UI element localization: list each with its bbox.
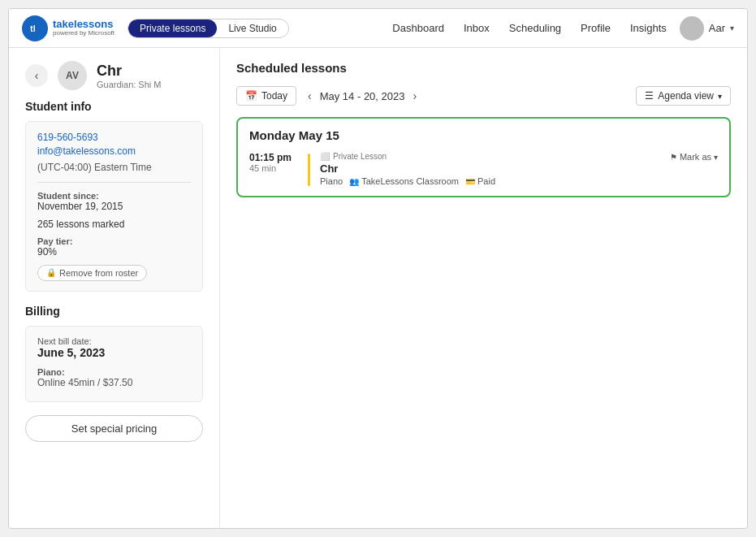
lesson-bar (308, 154, 310, 186)
nav-inbox[interactable]: Inbox (464, 22, 490, 34)
private-lessons-btn[interactable]: Private lessons (128, 19, 217, 37)
left-panel: ‹ AV Chr Guardian: Shi M Student info 61… (9, 48, 220, 528)
lesson-subject: Piano (320, 176, 343, 186)
user-menu[interactable]: Aar ▾ (680, 16, 734, 41)
calendar-toolbar: 📅 Today ‹ May 14 - 20, 2023 › ☰ Agenda v… (236, 86, 731, 106)
scheduled-lessons-title: Scheduled lessons (236, 61, 731, 75)
billing-item-label: Piano: (37, 367, 191, 377)
lesson-time-main: 01:15 pm (249, 152, 298, 163)
lesson-meta: Piano 👥 TakeLessons Classroom 💳 Paid (320, 176, 660, 186)
chevron-down-icon: ▾ (718, 92, 722, 101)
lesson-duration: 45 min (249, 163, 298, 173)
next-bill-label: Next bill date: (37, 336, 191, 346)
lesson-type: Private Lesson (333, 152, 387, 161)
student-info-title: Student info (25, 100, 203, 113)
calendar-icon: 📅 (245, 90, 257, 102)
back-button[interactable]: ‹ (25, 64, 48, 87)
table-row: 01:15 pm 45 min ⬜ Private Lesson Chr Pia… (249, 152, 718, 186)
user-name: Aar (709, 22, 725, 34)
student-phone[interactable]: 619-560-5693 (37, 132, 191, 143)
lessons-marked: 265 lessons marked (37, 219, 191, 230)
monitor-icon: ⬜ (320, 152, 330, 161)
student-email[interactable]: info@takelessons.com (37, 145, 191, 157)
student-timezone: (UTC-04:00) Eastern Time (37, 162, 152, 173)
main-content: ‹ AV Chr Guardian: Shi M Student info 61… (9, 48, 747, 528)
nav-scheduling[interactable]: Scheduling (509, 22, 561, 34)
remove-from-roster-button[interactable]: 🔒 Remove from roster (37, 265, 147, 281)
svg-text:tl: tl (30, 24, 36, 33)
student-info-card: 619-560-5693 info@takelessons.com (UTC-0… (25, 121, 203, 292)
nav-dashboard[interactable]: Dashboard (392, 22, 444, 34)
next-week-button[interactable]: › (410, 88, 421, 104)
agenda-view-button[interactable]: ☰ Agenda view ▾ (636, 86, 731, 106)
student-guardian: Guardian: Shi M (97, 80, 161, 89)
student-name-area: Chr Guardian: Shi M (97, 63, 161, 89)
prev-week-button[interactable]: ‹ (305, 88, 315, 104)
pay-tier-value: 90% (37, 246, 191, 258)
live-studio-btn[interactable]: Live Studio (217, 19, 287, 37)
calendar-nav: ‹ May 14 - 20, 2023 › (305, 88, 420, 104)
back-row: ‹ AV Chr Guardian: Shi M (25, 61, 203, 90)
agenda-label: Agenda view (658, 90, 714, 102)
lesson-details: ⬜ Private Lesson Chr Piano 👥 TakeLessons… (320, 152, 660, 186)
right-panel: Scheduled lessons 📅 Today ‹ May 14 - 20,… (220, 48, 747, 528)
logo-area: tl takelessons powered by Microsoft (22, 15, 114, 41)
nav-profile[interactable]: Profile (581, 22, 611, 34)
student-name: Chr (97, 63, 161, 80)
set-special-pricing-button[interactable]: Set special pricing (25, 415, 203, 442)
group-icon: 👥 (349, 177, 359, 186)
pay-tier-label: Pay tier: (37, 236, 191, 246)
next-bill-date: June 5, 2023 (37, 346, 191, 359)
divider (37, 182, 191, 183)
remove-btn-label: Remove from roster (59, 268, 138, 278)
student-since-label: Student since: (37, 191, 191, 201)
today-label: Today (261, 90, 287, 102)
agenda-icon: ☰ (645, 90, 654, 102)
day-group-monday: Monday May 15 01:15 pm 45 min ⬜ Private … (236, 117, 731, 197)
logo-icon: tl (22, 15, 48, 41)
billing-item-value: Online 45min / $37.50 (37, 377, 191, 388)
logo-text: takelessons powered by Microsoft (53, 19, 114, 37)
lesson-location: 👥 TakeLessons Classroom (349, 176, 459, 186)
nav-links: Dashboard Inbox Scheduling Profile Insig… (392, 22, 666, 34)
lesson-time: 01:15 pm 45 min (249, 152, 298, 173)
date-range: May 14 - 20, 2023 (320, 90, 405, 102)
chevron-down-icon: ▾ (714, 153, 718, 162)
topnav: tl takelessons powered by Microsoft Priv… (9, 9, 747, 48)
nav-insights[interactable]: Insights (630, 22, 667, 34)
today-button[interactable]: 📅 Today (236, 86, 296, 106)
card-icon: 💳 (465, 177, 475, 186)
chevron-down-icon: ▾ (730, 24, 734, 32)
lesson-type-row: ⬜ Private Lesson (320, 152, 660, 161)
student-since-date: November 19, 2015 (37, 201, 191, 212)
day-heading: Monday May 15 (249, 128, 718, 142)
flag-icon: ⚑ (670, 153, 677, 162)
mark-as-button[interactable]: ⚑ Mark as ▾ (670, 152, 718, 162)
student-avatar: AV (58, 61, 87, 90)
user-avatar (680, 16, 704, 41)
lock-icon: 🔒 (46, 268, 56, 277)
lesson-student-name: Chr (320, 162, 660, 175)
billing-title: Billing (25, 305, 203, 318)
mode-toggle: Private lessons Live Studio (127, 19, 289, 38)
lesson-status: 💳 Paid (465, 176, 495, 186)
billing-card: Next bill date: June 5, 2023 Piano: Onli… (25, 326, 203, 402)
mark-as-label: Mark as (680, 152, 711, 162)
